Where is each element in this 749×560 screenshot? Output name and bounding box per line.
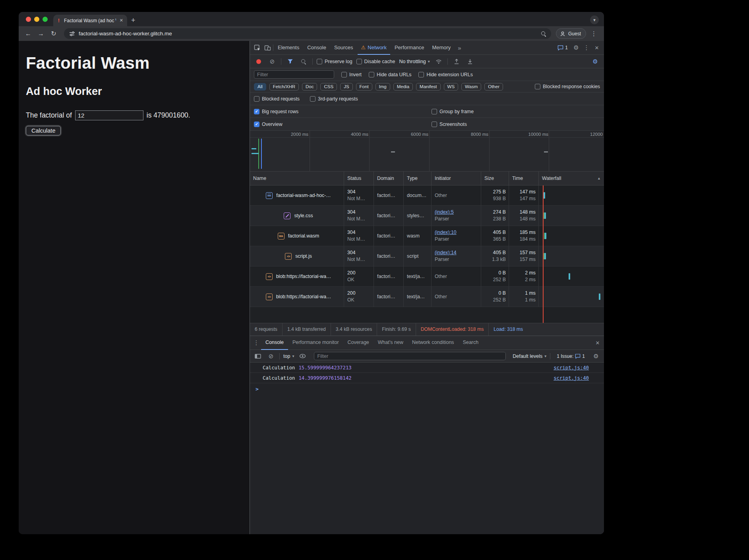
filter-chip-fetch-xhr[interactable]: Fetch/XHR [269,83,299,91]
profile-button[interactable]: Guest [556,28,586,39]
device-toolbar-icon[interactable] [263,43,272,52]
drawer-close-icon[interactable]: ✕ [593,338,602,348]
column-header-size[interactable]: Size [481,172,509,185]
new-tab-button[interactable]: + [127,16,140,26]
tab-close-icon[interactable]: ✕ [119,18,124,23]
group-by-frame-checkbox[interactable]: Group by frame [432,109,474,114]
more-panels-icon[interactable]: » [455,44,464,51]
tab-performance[interactable]: Performance [391,41,428,55]
filter-chip-wasm[interactable]: Wasm [461,83,481,91]
drawer-tab-search[interactable]: Search [459,336,483,350]
filter-chip-ws[interactable]: WS [444,83,459,91]
drawer-tab-console[interactable]: Console [261,336,288,350]
export-har-icon[interactable] [465,57,475,66]
live-expression-eye-icon[interactable] [298,351,307,361]
filter-chip-doc[interactable]: Doc [302,83,317,91]
filter-chip-css[interactable]: CSS [320,83,337,91]
filter-chip-all[interactable]: All [254,83,266,91]
filter-chip-js[interactable]: JS [340,83,352,91]
drawer-tab-network-conditions[interactable]: Network conditions [408,336,459,350]
factorial-input[interactable] [75,110,143,120]
zoom-icon[interactable] [541,31,546,37]
preserve-log-checkbox[interactable]: Preserve log [317,59,352,64]
minimize-window-button[interactable] [34,17,39,22]
inspect-element-icon[interactable] [252,43,262,52]
console-prompt[interactable]: > [250,383,604,394]
back-button[interactable]: ← [23,28,34,39]
address-bar[interactable]: factorial-wasm-ad-hoc-worker.glitch.me [64,28,551,39]
filter-chip-font[interactable]: Font [356,83,372,91]
console-issues-badge[interactable]: 1 Issue: 1 [554,353,588,359]
message-source-link[interactable]: script.js:40 [554,365,589,371]
column-header-type[interactable]: Type [404,172,432,185]
reload-button[interactable]: ↻ [48,28,59,39]
issues-badge[interactable]: 1 [555,45,571,51]
request-initiator[interactable]: (index):14 [435,249,481,256]
search-icon[interactable] [299,57,308,66]
third-party-requests-checkbox[interactable]: 3rd-party requests [310,96,358,102]
hide-data-urls-checkbox[interactable]: Hide data URLs [369,72,411,77]
network-request-row[interactable]: blob:https://factorial-wa… 200 OK factor… [250,266,604,287]
disable-cache-checkbox[interactable]: Disable cache [356,59,395,64]
network-request-row[interactable]: blob:https://factorial-wa… 200 OK factor… [250,287,604,307]
devtools-settings-icon[interactable]: ⚙ [571,43,581,52]
column-header-waterfall[interactable]: Waterfall ▲ [539,172,604,185]
tab-search-button[interactable]: ▾ [590,15,599,24]
clear-network-log-icon[interactable]: ⊘ [267,57,277,66]
network-overview-timeline[interactable]: 2000 ms 4000 ms 6000 ms 8000 ms 10000 ms… [250,131,604,172]
close-window-button[interactable] [26,17,31,22]
network-request-row[interactable]: factorial-wasm-ad-hoc-… 304 Not M… facto… [250,185,604,206]
filter-chip-manifest[interactable]: Manifest [416,83,440,91]
blocked-response-cookies-checkbox[interactable]: Blocked response cookies [535,84,600,89]
drawer-menu-icon[interactable]: ⋮ [252,338,261,348]
console-sidebar-icon[interactable] [253,351,263,361]
column-header-name[interactable]: Name [250,172,344,185]
network-settings-gear-icon[interactable]: ⚙ [590,57,600,66]
tab-network[interactable]: ⚠ Network [358,41,390,55]
filter-chip-other[interactable]: Other [484,83,503,91]
devtools-close-icon[interactable]: ✕ [592,43,602,52]
network-conditions-icon[interactable] [434,57,443,66]
tab-sources[interactable]: Sources [331,41,357,55]
column-header-status[interactable]: Status [344,172,374,185]
browser-menu-icon[interactable]: ⋮ [588,30,600,37]
network-filter-input[interactable] [254,70,334,79]
network-request-row[interactable]: factorial.wasm 304 Not M… factori… wasm … [250,226,604,246]
tab-console[interactable]: Console [304,41,330,55]
blocked-requests-checkbox[interactable]: Blocked requests [254,96,300,102]
request-initiator[interactable]: (index):5 [435,209,481,216]
calculate-button[interactable]: Calculate [26,126,61,135]
filter-chip-img[interactable]: Img [375,83,390,91]
big-request-rows-checkbox[interactable]: Big request rows [254,109,432,114]
screenshots-checkbox[interactable]: Screenshots [432,122,467,127]
drawer-tab-performance-monitor[interactable]: Performance monitor [288,336,343,350]
drawer-tab-whats-new[interactable]: What's new [374,336,408,350]
console-filter-input[interactable] [314,352,506,360]
execution-context-dropdown[interactable]: top ▾ [283,353,294,359]
site-info-icon[interactable] [69,31,75,37]
log-levels-dropdown[interactable]: Default levels ▾ [513,353,546,359]
import-har-icon[interactable] [452,57,461,66]
devtools-menu-icon[interactable]: ⋮ [582,43,591,52]
network-request-row[interactable]: style.css 304 Not M… factori… styles… (i… [250,206,604,226]
throttling-dropdown[interactable]: No throttling ▾ [399,59,430,64]
console-settings-icon[interactable]: ⚙ [591,351,601,361]
invert-checkbox[interactable]: Invert [341,72,362,77]
request-initiator[interactable]: (index):10 [435,229,481,236]
filter-chip-media[interactable]: Media [393,83,413,91]
network-request-row[interactable]: script.js 304 Not M… factori… script (in… [250,246,604,266]
record-network-log-button[interactable] [254,57,263,66]
browser-tab[interactable]: ! Factorial Wasm (ad hoc Work ✕ [53,15,127,26]
column-header-time[interactable]: Time [509,172,539,185]
drawer-tab-coverage[interactable]: Coverage [343,336,374,350]
clear-console-icon[interactable]: ⊘ [266,351,276,361]
forward-button[interactable]: → [35,28,46,39]
zoom-window-button[interactable] [43,17,48,22]
column-header-domain[interactable]: Domain [374,172,404,185]
tab-elements[interactable]: Elements [274,41,303,55]
tab-memory[interactable]: Memory [428,41,454,55]
overview-checkbox[interactable]: Overview [254,122,432,127]
column-header-initiator[interactable]: Initiator [432,172,481,185]
hide-extension-urls-checkbox[interactable]: Hide extension URLs [418,72,472,77]
message-source-link[interactable]: script.js:40 [554,375,589,381]
